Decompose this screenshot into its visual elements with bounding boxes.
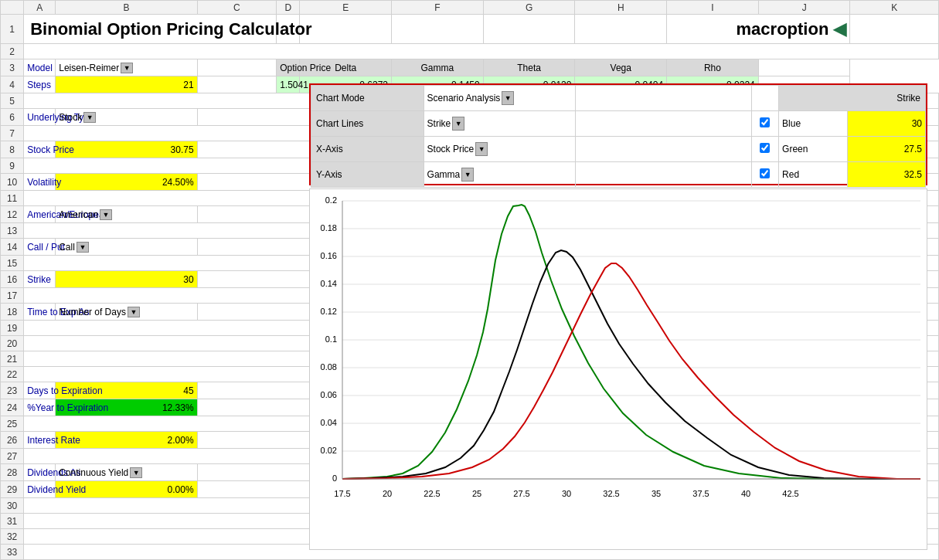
row-20: 20 — [1, 336, 24, 351]
chart-lines-label: Chart Lines — [311, 111, 424, 137]
x-label-25: 25 — [472, 489, 481, 498]
dividends-as-cell: Continuous Yield ▼ — [56, 464, 197, 481]
chart-lines-value-cell: Strike ▼ — [424, 111, 575, 137]
row-29: 29 — [1, 481, 24, 498]
row-16: 16 — [1, 271, 24, 288]
row-32: 32 — [1, 529, 24, 545]
green-checkbox-cell[interactable] — [751, 137, 778, 162]
time-exp-value: Number of Days — [59, 307, 126, 317]
blue-value-cell[interactable]: 30 — [847, 111, 925, 137]
dividends-as-arrow[interactable]: ▼ — [130, 467, 142, 478]
vega-header: Vega — [575, 59, 667, 76]
strike-header: Strike — [779, 86, 926, 111]
col-header-h: H — [575, 1, 667, 15]
col-header-d: D — [277, 1, 300, 15]
red-checkbox[interactable] — [760, 168, 770, 178]
strike-value[interactable]: 30 — [56, 271, 197, 288]
underlying-value-cell: Stock ▼ — [56, 109, 197, 126]
days-exp-label: Days to Expiration — [24, 382, 56, 399]
empty-g1 — [483, 15, 575, 44]
row-31: 31 — [1, 514, 24, 529]
x-label-22.5: 22.5 — [424, 489, 440, 498]
green-curve — [342, 205, 920, 479]
interest-rate-label: Interest Rate — [24, 432, 56, 449]
x-label-42.5: 42.5 — [782, 489, 798, 498]
callput-arrow[interactable]: ▼ — [77, 242, 89, 253]
row-10: 10 — [1, 174, 24, 191]
american-european-label: American/European — [24, 206, 56, 223]
red-checkbox-cell[interactable] — [751, 162, 778, 188]
corner-header — [1, 1, 24, 15]
chart-mode-arrow[interactable]: ▼ — [502, 91, 514, 105]
strike-label: Strike — [24, 271, 56, 288]
steps-value[interactable]: 21 — [56, 76, 197, 93]
empty-d4 — [197, 76, 277, 93]
col-header-j: J — [758, 1, 850, 15]
y-label-0.06: 0.06 — [321, 390, 337, 399]
col-header-a: A — [24, 1, 56, 15]
theta-header: Theta — [483, 59, 575, 76]
blue-checkbox-cell[interactable] — [751, 111, 778, 137]
controls-panel: Chart Mode Scenario Analysis ▼ Strike Ch… — [309, 83, 927, 185]
x-label-17.5: 17.5 — [334, 489, 350, 498]
row-15: 15 — [1, 256, 24, 271]
green-value-cell[interactable]: 27.5 — [847, 137, 925, 162]
empty-ctrl-5 — [575, 162, 751, 188]
logo-text: macroption ◀ — [667, 15, 850, 44]
y-axis-value: Gamma — [427, 169, 461, 180]
time-exp-arrow[interactable]: ▼ — [128, 307, 140, 317]
page-title: Binomial Option Pricing Calculator — [24, 15, 277, 44]
x-label-30: 30 — [562, 489, 571, 498]
col-header-b: B — [56, 1, 197, 15]
y-axis-value-cell: Gamma ▼ — [424, 162, 575, 188]
row-28: 28 — [1, 464, 24, 481]
y-label-0.16: 0.16 — [321, 251, 337, 260]
col-header-c: C — [197, 1, 277, 15]
row-23: 23 — [1, 382, 24, 399]
model-dropdown-arrow[interactable]: ▼ — [121, 63, 133, 73]
row-2: 2 — [1, 44, 24, 59]
underlying-dropdown-arrow[interactable]: ▼ — [83, 112, 96, 123]
row-13: 13 — [1, 223, 24, 239]
y-label-0.04: 0.04 — [321, 418, 337, 427]
year-exp-label: %Year to Expiration — [24, 399, 56, 416]
chart-lines-arrow[interactable]: ▼ — [452, 117, 464, 131]
stock-price-value[interactable]: 30.75 — [56, 141, 197, 158]
row-6: 6 — [1, 109, 24, 126]
y-axis-arrow[interactable]: ▼ — [461, 168, 474, 182]
dividends-as-value: Continuous Yield — [59, 467, 128, 478]
row-14: 14 — [1, 239, 24, 256]
volatility-value[interactable]: 24.50% — [56, 174, 197, 191]
y-label-0.1: 0.1 — [325, 334, 337, 344]
gamma-chart: 0.2 0.18 0.16 0.14 0.12 0.1 0.08 0.06 0.… — [310, 189, 928, 551]
empty-ctrl-4 — [575, 137, 751, 162]
y-label-0.2: 0.2 — [325, 195, 337, 205]
x-axis-arrow[interactable]: ▼ — [475, 142, 488, 156]
option-price-value: 1.5041 — [277, 76, 300, 93]
row-30: 30 — [1, 498, 24, 514]
steps-label: Steps — [24, 76, 56, 93]
empty-d3 — [197, 59, 277, 76]
american-european-arrow[interactable]: ▼ — [100, 209, 112, 220]
x-label-35: 35 — [652, 489, 661, 498]
blue-checkbox[interactable] — [760, 117, 770, 127]
option-price-header: Option Price — [277, 59, 300, 76]
red-value-cell[interactable]: 32.5 — [847, 162, 925, 188]
y-label-0.02: 0.02 — [321, 446, 337, 455]
chart-mode-value-cell: Scenario Analysis ▼ — [424, 86, 575, 111]
y-axis-label: Y-Axis — [311, 162, 424, 188]
x-label-37.5: 37.5 — [692, 489, 709, 498]
row-4: 4 — [1, 76, 24, 93]
x-label-27.5: 27.5 — [513, 489, 529, 498]
green-checkbox[interactable] — [760, 143, 770, 153]
rho-header: Rho — [667, 59, 759, 76]
gamma-header: Gamma — [392, 59, 484, 76]
empty-ctrl-1 — [575, 86, 751, 111]
row-22: 22 — [1, 367, 24, 382]
model-value-cell: Leisen-Reimer ▼ — [56, 59, 197, 76]
volatility-label: Volatility — [24, 174, 56, 191]
col-header-i: I — [667, 1, 759, 15]
x-label-32.5: 32.5 — [603, 489, 619, 498]
row-19: 19 — [1, 321, 24, 336]
x-axis-value: Stock Price — [427, 144, 475, 154]
